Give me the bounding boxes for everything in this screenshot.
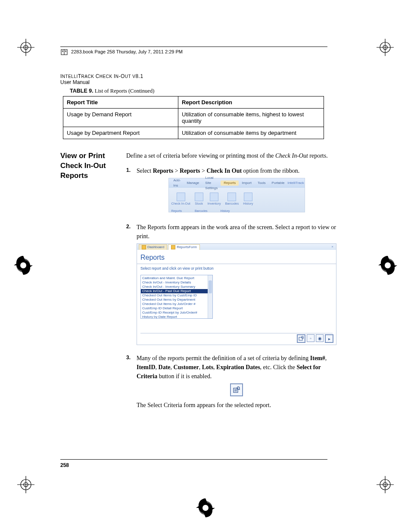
ribbon-button: Inventory [208,193,221,205]
list-item-selected: Check In/Out - Past Due Report [141,289,212,293]
ribbon-tab: Manage [184,180,202,186]
list-item: History by Date Report [142,315,211,319]
ribbon-tab-active: Reports [221,180,239,186]
close-icon: × [329,244,336,249]
svg-point-17 [20,262,26,268]
ribbon-group-label: Barcodes [195,209,208,214]
registration-mark-icon [377,254,399,277]
section-heading: View or Print Check In-Out Reports [60,151,118,420]
step-number: 3. [126,354,132,414]
book-icon [60,48,68,56]
form-tab-active: ReportsForm [168,244,200,250]
registration-mark-icon [12,254,34,277]
step-3-text: Many of the reports permit the definitio… [137,355,327,380]
list-item: Checked Out Items by Job/Order # [142,302,211,306]
reports-form-screenshot: Dashboard ReportsForm × Reports Select r… [137,243,336,345]
crop-mark-icon [377,476,394,493]
table-row: Usage by Demand Report Utilization of co… [63,109,324,127]
list-item: Checked Out Items by Cust/Emp ID [142,293,211,298]
crop-mark-icon [377,39,394,56]
product-title: INTELLITRACK CHECK IN-OUT V8.1 [60,73,327,79]
intro-paragraph: Define a set of criteria before viewing … [126,151,336,160]
tab-icon [171,245,175,249]
toolbar-button-icon: ◉ [316,334,324,342]
list-item: Check In/Out - Inventory Summary [142,285,211,289]
list-item: Check In/Out - Inventory Details [142,280,211,285]
ribbon-brand: IntelliTrack [287,180,306,186]
ribbon-button: History [243,193,253,205]
step-number: 1. [126,166,132,218]
list-item: Checked Out Items by Department [142,298,211,302]
page-number: 258 [60,459,327,468]
ribbon-group-label: History [221,209,230,214]
table-row: Usage by Department Report Utilization o… [63,127,324,139]
svg-line-30 [303,338,304,339]
table-header-desc: Report Description [178,96,324,109]
svg-point-21 [202,505,209,511]
table-caption: TABLE 9. List of Reports (Continued) [70,88,327,94]
list-item: Calibration and Maint. Due Report [142,276,211,280]
tab-icon [142,245,146,249]
select-criteria-icon [230,383,243,396]
ribbon-screenshot: Add-Ins Manage Local Site Settings Repor… [168,178,305,212]
crop-mark-icon [17,39,34,56]
crop-mark-icon [17,476,34,493]
ribbon-tab: Tools [255,180,269,186]
step-1-text: Select Reports > Reports > Check In Out … [137,168,299,174]
ribbon-tab: Portable [269,180,288,186]
svg-rect-28 [299,337,302,340]
step-3-followup: The Select Criteria form appears for the… [137,401,336,410]
svg-point-19 [385,262,391,268]
ribbon-button: Check In-Out [171,193,190,205]
ribbon-button: Barcodes [225,193,239,205]
form-title: Reports [137,250,336,264]
step-2-text: The Reports form appears in the work are… [137,224,336,240]
form-instruction: Select report and click on view or print… [137,264,336,273]
registration-mark-icon [194,497,217,519]
table-header-title: Report Title [63,96,178,109]
ribbon-tab: Local Site Settings [202,175,221,191]
ribbon-button: Stock [195,193,203,205]
ribbon-tab: Import [239,180,255,186]
reports-listbox: Calibration and Maint. Due Report Check … [140,275,213,319]
svg-line-36 [239,389,240,390]
book-header-text: 2283.book Page 258 Thursday, July 7, 201… [71,49,183,54]
toolbar-button-icon: ▸ [325,334,333,343]
reports-table: Report Title Report Description Usage by… [63,96,324,139]
select-criteria-button-icon [297,334,305,343]
form-tab: Dashboard [139,244,167,250]
list-item: Cust/Emp ID Detail Report [142,306,211,311]
list-item: Cust/Emp ID Receipt by Job/Order# [142,311,211,315]
ribbon-group-label: Reports [171,209,182,214]
book-header-line: 2283.book Page 258 Thursday, July 7, 201… [60,48,327,56]
step-number: 2. [126,223,132,349]
manual-label: User Manual [60,79,327,85]
toolbar-button-icon: ▫ [307,334,314,342]
scrollbar [208,275,212,318]
ribbon-tab: Add-Ins [171,178,184,188]
